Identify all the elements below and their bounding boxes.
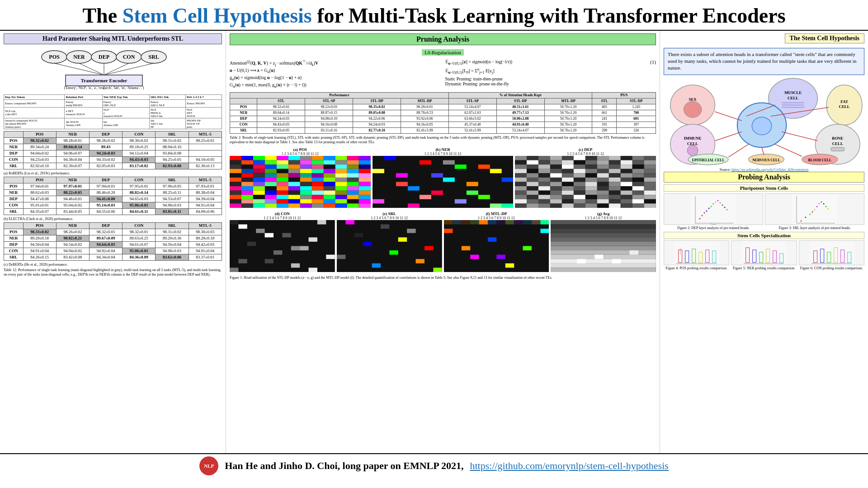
svg-rect-199 xyxy=(443,160,455,164)
svg-rect-232 xyxy=(562,164,574,169)
svg-rect-320 xyxy=(609,195,621,199)
heatmap-con: (d) CON 1 2 3 4 5 6 7 8 9 10 11 12 xyxy=(230,211,335,274)
svg-rect-394 xyxy=(523,246,531,250)
graph-pos: Figure 4: POS probing results comparison… xyxy=(664,240,729,270)
svg-rect-192 xyxy=(373,169,384,173)
svg-rect-77 xyxy=(324,173,335,178)
svg-rect-151 xyxy=(347,199,359,204)
svg-rect-456 xyxy=(691,194,736,225)
heatmap-srl: (e) SRL 1 2 3 4 5 6 7 8 9 10 11 12 xyxy=(337,211,442,274)
main-title: The Stem Cell Hypothesis for Multi-Task … xyxy=(0,0,868,31)
svg-rect-57 xyxy=(230,169,241,173)
svg-rect-237 xyxy=(621,164,632,169)
svg-rect-306 xyxy=(585,190,597,195)
content-area: Hard Parameter Sharing MTL Underperforms… xyxy=(0,31,868,453)
svg-rect-208 xyxy=(562,156,574,160)
fig6-caption: Figure 6: CON probing results comparison… xyxy=(799,266,864,270)
svg-rect-49 xyxy=(277,164,288,169)
svg-rect-363 xyxy=(291,246,300,250)
svg-rect-396 xyxy=(505,263,514,268)
svg-rect-244 xyxy=(562,169,574,173)
svg-rect-131 xyxy=(253,195,265,199)
svg-rect-339 xyxy=(550,203,562,208)
svg-rect-414 xyxy=(594,254,603,259)
svg-rect-80 xyxy=(359,173,371,178)
svg-rect-277 xyxy=(527,182,538,186)
dep-graph: Layer xyxy=(664,193,763,225)
table12-caption: Table 12: Performance of single-task lea… xyxy=(4,268,222,277)
svg-rect-40 xyxy=(312,160,324,164)
svg-rect-242 xyxy=(538,169,550,173)
svg-rect-61 xyxy=(277,169,288,173)
svg-rect-26 xyxy=(288,156,300,160)
svg-rect-360 xyxy=(230,267,238,272)
formula-g-min: Gα(u) = min(1, max(0, gα(u) × (r − l) + … xyxy=(230,82,441,89)
title-the: The xyxy=(82,4,122,27)
source-link[interactable]: https://en.wikipedia.org/wiki/Cellular_d… xyxy=(731,168,808,172)
svg-rect-300 xyxy=(515,190,527,195)
ner-comparison-graph xyxy=(731,240,797,265)
perf-table-electra: POSNERDEPCONSRLMTL-5 POS97.94±0.0197.97±… xyxy=(4,177,222,215)
pos-comparison-graph xyxy=(664,240,729,265)
svg-rect-103 xyxy=(347,182,359,186)
perf-table-deberta: POSNERDEPCONSRLMTL-5 POS98.33±0.0298.26±… xyxy=(4,222,222,261)
middle-column: Pruning Analysis L0-Regularization Atten… xyxy=(226,31,660,453)
svg-rect-227 xyxy=(644,160,656,164)
svg-rect-116 xyxy=(359,186,371,191)
svg-rect-91 xyxy=(347,178,359,182)
svg-rect-276 xyxy=(515,182,527,186)
svg-text:BLOOD CELL: BLOOD CELL xyxy=(808,158,831,162)
svg-point-483 xyxy=(821,201,822,202)
svg-rect-386 xyxy=(496,220,505,225)
svg-rect-334 xyxy=(632,199,644,204)
svg-rect-415 xyxy=(612,259,621,263)
hypothesis-box: There exists a subset of attention heads… xyxy=(664,48,864,75)
l0-label: L0-Regularization xyxy=(422,49,464,56)
svg-rect-111 xyxy=(300,186,312,191)
svg-rect-46 xyxy=(241,164,253,169)
footer-link[interactable]: https://github.com/emorynlp/stem-cell-hy… xyxy=(470,460,668,472)
svg-rect-147 xyxy=(300,199,312,204)
footer-logo: NLP xyxy=(199,456,218,475)
svg-rect-313 xyxy=(527,195,538,199)
svg-rect-71 xyxy=(253,173,265,178)
svg-rect-113 xyxy=(324,186,335,191)
svg-rect-89 xyxy=(324,178,335,182)
svg-point-437 xyxy=(687,145,698,156)
svg-rect-359 xyxy=(291,263,300,268)
svg-line-453 xyxy=(728,144,748,157)
svg-rect-188 xyxy=(431,190,443,195)
svg-point-469 xyxy=(722,204,723,206)
svg-rect-356 xyxy=(274,250,282,255)
svg-rect-331 xyxy=(597,199,609,204)
svg-rect-86 xyxy=(288,178,300,182)
svg-point-480 xyxy=(814,209,816,210)
svg-point-433 xyxy=(752,117,771,135)
svg-rect-389 xyxy=(523,220,531,225)
table2-caption: Table 2: Results of single-task learning… xyxy=(230,136,656,145)
svg-rect-112 xyxy=(312,186,324,191)
svg-rect-36 xyxy=(265,160,277,164)
svg-rect-38 xyxy=(288,160,300,164)
svg-rect-204 xyxy=(515,156,527,160)
svg-rect-121 xyxy=(277,190,288,195)
svg-rect-73 xyxy=(277,173,288,178)
heatmap-pos: (a) POS 1 2 3 4 5 6 7 8 9 10 11 12 1 xyxy=(230,147,371,210)
svg-rect-59 xyxy=(253,169,265,173)
svg-rect-183 xyxy=(490,169,501,173)
svg-rect-272 xyxy=(609,178,621,182)
svg-rect-209 xyxy=(574,156,585,160)
svg-point-468 xyxy=(720,202,721,203)
svg-rect-378 xyxy=(433,267,442,272)
svg-rect-388 xyxy=(514,220,523,225)
svg-rect-372 xyxy=(363,242,372,246)
svg-text:BONE: BONE xyxy=(832,136,843,141)
svg-rect-207 xyxy=(550,156,562,160)
svg-rect-181 xyxy=(420,160,431,164)
svg-rect-226 xyxy=(632,160,644,164)
svg-rect-217 xyxy=(527,160,538,164)
svg-rect-323 xyxy=(644,195,656,199)
svg-point-484 xyxy=(823,203,825,204)
svg-rect-225 xyxy=(621,160,632,164)
svg-rect-41 xyxy=(324,160,335,164)
